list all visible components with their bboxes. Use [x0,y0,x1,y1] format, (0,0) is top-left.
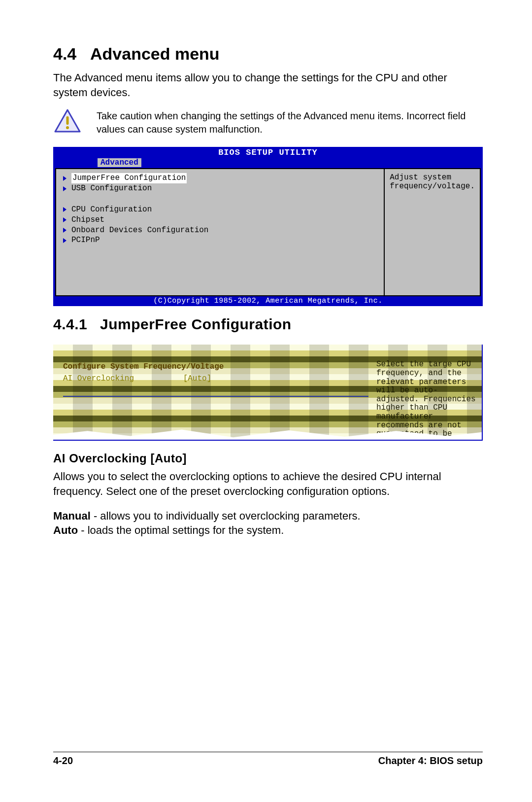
submenu-arrow-icon [63,176,66,181]
submenu-arrow-icon [63,186,66,191]
bios-setting-label: AI Overclocking [63,374,134,383]
option-label: Auto [53,524,78,536]
bios-menu-label: PCIPnP [71,235,100,245]
subsection-heading: 4.4.1JumperFree Configuration [53,316,483,333]
bios-help-text: Select the targe CPU frequency, and the … [376,360,477,441]
option-manual: Manual - allows you to individually set … [53,509,483,523]
bios-menu-item: Chipset [63,215,378,225]
bios-screenshot-jumperfree: Configure System Frequency/Voltage AI Ov… [53,345,483,441]
intro-paragraph: The Advanced menu items allow you to cha… [53,70,483,100]
bios-menu-label: JumperFree Configuration [71,173,187,183]
option-auto: Auto - loads the optimal settings for th… [53,523,483,538]
bios-screenshot-advanced: BIOS SETUP UTILITY Advanced JumperFree C… [53,147,483,306]
page-footer: 4-20 Chapter 4: BIOS setup [53,752,483,767]
bios-copyright: (C)Copyright 1985-2002, American Megatre… [53,296,483,306]
warning-icon [53,108,82,133]
bios-tabstrip: Advanced [53,157,483,168]
option-text: - loads the optimal settings for the sys… [78,524,284,536]
submenu-arrow-icon [63,207,66,212]
bios-jumperfree-help: Select the targe CPU frequency, and the … [373,345,482,440]
divider [63,396,368,397]
bios-help-pane: Adjust system frequency/voltage. [384,168,481,296]
bios-menu-item: CPU Configuration [63,205,378,215]
submenu-arrow-icon [63,228,66,233]
bios-menu-label: CPU Configuration [71,205,152,215]
bios-jumperfree-left: Configure System Frequency/Voltage AI Ov… [53,345,373,440]
bios-help-text: Adjust system frequency/voltage. [390,173,475,191]
bios-title: BIOS SETUP UTILITY [53,147,483,157]
setting-heading: AI Overclocking [Auto] [53,452,483,465]
bios-menu-item: USB Configuration [63,183,378,194]
section-heading: 4.4Advanced menu [53,44,483,64]
svg-rect-1 [66,116,69,125]
section-number: 4.4 [53,44,90,64]
caution-text: Take caution when changing the settings … [97,108,483,136]
bios-menu-label: USB Configuration [71,183,152,194]
caution-callout: Take caution when changing the settings … [53,108,483,136]
bios-menu-label: Chipset [71,215,104,225]
option-text: - allows you to individually set overclo… [91,510,361,522]
submenu-arrow-icon [63,217,66,222]
svg-point-2 [66,126,69,129]
bios-setting-value: [Auto] [183,374,212,383]
bios-tab-advanced: Advanced [98,158,141,167]
bios-menu-label: Onboard Devices Configuration [71,225,208,236]
bios-menu-item: PCIPnP [63,235,378,245]
option-list: Manual - allows you to individually set … [53,509,483,538]
section-title-text: Advanced menu [90,44,220,63]
bios-menu-item: Onboard Devices Configuration [63,225,378,236]
bios-setting-row: AI Overclocking [Auto] [63,374,368,383]
chapter-label: Chapter 4: BIOS setup [378,755,483,767]
subsection-title-text: JumperFree Configuration [100,316,292,332]
setting-description: Allows you to select the overclocking op… [53,469,483,498]
bios-menu-item: JumperFree Configuration [63,173,378,183]
bios-menu-list: JumperFree Configuration USB Configurati… [55,168,384,296]
subsection-number: 4.4.1 [53,316,100,333]
bios-section-heading: Configure System Frequency/Voltage [63,362,368,372]
page-number: 4-20 [53,755,73,767]
option-label: Manual [53,510,91,522]
submenu-arrow-icon [63,238,66,243]
